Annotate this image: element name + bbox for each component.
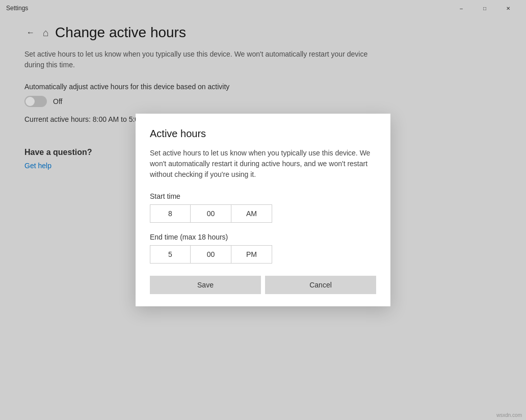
- end-hour-input[interactable]: [150, 245, 191, 264]
- save-button[interactable]: Save: [150, 276, 261, 294]
- start-minute-input[interactable]: [191, 204, 231, 223]
- start-time-row: [150, 204, 376, 223]
- end-minute-input[interactable]: [191, 245, 231, 264]
- start-hour-input[interactable]: [150, 204, 191, 223]
- dialog-description: Set active hours to let us know when you…: [150, 148, 376, 180]
- start-ampm-input[interactable]: [231, 204, 272, 223]
- dialog-buttons: Save Cancel: [150, 276, 376, 294]
- dialog-title: Active hours: [150, 128, 376, 140]
- start-time-label: Start time: [150, 192, 376, 200]
- dialog-overlay: Active hours Set active hours to let us …: [0, 0, 526, 420]
- end-ampm-input[interactable]: [231, 245, 272, 264]
- cancel-button[interactable]: Cancel: [265, 276, 376, 294]
- end-time-label: End time (max 18 hours): [150, 233, 376, 241]
- active-hours-dialog: Active hours Set active hours to let us …: [136, 114, 390, 306]
- end-time-row: [150, 245, 376, 264]
